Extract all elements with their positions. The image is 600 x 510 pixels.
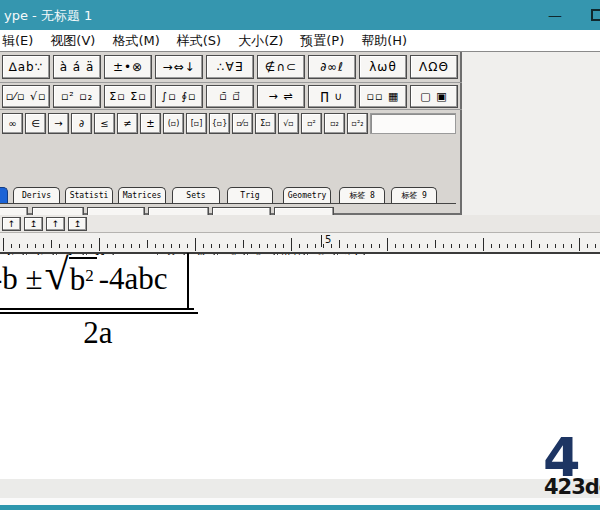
tab-derivs[interactable]: Derivs (13, 187, 60, 203)
palette-subsup-button[interactable]: ▫² ▫₂ (53, 85, 101, 108)
tabstop-center-button[interactable]: ↥ (24, 217, 43, 231)
braces-button[interactable]: {▫} (209, 113, 230, 134)
equation-canvas[interactable]: -b ± √ b2 -4abc 2a (0, 255, 600, 479)
tab-matrices[interactable]: Matrices (118, 187, 166, 203)
menu-help[interactable]: 帮助(H) (361, 32, 407, 50)
menu-edit[interactable]: 辑(E) (2, 32, 33, 50)
palette-spaces-button[interactable]: ∆ab∵ (2, 55, 50, 79)
watermark-text: 423do (544, 475, 600, 499)
palette-greek-lower-button[interactable]: λωθ (359, 55, 407, 79)
menu-format[interactable]: 格式(M) (112, 32, 159, 50)
title-bar: ype - 无标题 1 — (0, 0, 600, 30)
infinity-button[interactable]: ∞ (2, 113, 23, 134)
slot-underline (0, 312, 198, 314)
neq-button[interactable]: ≠ (117, 113, 138, 134)
palette-overbar-button[interactable]: ▫̄ ▫⃗ (206, 85, 254, 108)
ruler-position-marker (321, 235, 322, 247)
subsup-button[interactable]: ▫²₂ (347, 113, 368, 134)
palette-greek-upper-button[interactable]: ΛΩΘ (410, 55, 458, 79)
radicand-exponent: 2 (85, 266, 94, 285)
ruler-label-5: 5 (325, 234, 331, 245)
sqrt-button[interactable]: √▫ (278, 113, 299, 134)
partial-button[interactable]: ∂ (71, 113, 92, 134)
minimize-button[interactable]: — (544, 4, 566, 26)
palette-integral-button[interactable]: ∫▫ ∮▫ (155, 85, 203, 108)
tab-9[interactable]: 标签 9 (391, 187, 437, 203)
mathtype-window: { "window": { "title": "ype - 无标题 1", "m… (0, 0, 600, 510)
arrow-button[interactable]: → (48, 113, 69, 134)
window-title: ype - 无标题 1 (4, 7, 92, 25)
toolbar-panel: ∆ab∵ à á ä ±•⊗ →⇔↓ ∴∀∃ ∉∩⊂ ∂∞ℓ λωθ ΛΩΘ ▫… (0, 52, 462, 215)
palette-fraction-radical-button[interactable]: ▫⁄▫ √▫ (2, 85, 50, 108)
maximize-button[interactable] (591, 9, 600, 21)
tabstop-strip: ↑ ↥ ↑ ↥ (0, 215, 600, 233)
radicand: b2 (69, 257, 97, 295)
palette-misc-button[interactable]: ∂∞ℓ (308, 55, 356, 79)
palette-labeled-arrow-button[interactable]: → ⇌ (257, 85, 305, 108)
bottom-window-edge (0, 505, 600, 510)
brackets-button[interactable]: [▫] (186, 113, 207, 134)
numerator-left-text: -b ± (0, 261, 43, 297)
palette-embellishments-button[interactable]: à á ä (53, 55, 101, 79)
tabstop-decimal-button[interactable]: ↥ (68, 217, 87, 231)
tab-geometry[interactable]: Geometry (283, 187, 331, 203)
quick-symbol-row: ∞ ∈ → ∂ ≤ ≠ ± (▫) [▫] {▫} ▫⁄▫ Σ▫ √▫ ▫² ▫… (0, 109, 462, 134)
palette-set-theory-button[interactable]: ∉∩⊂ (257, 55, 305, 79)
menu-preferences[interactable]: 预置(P) (300, 32, 344, 50)
menu-view[interactable]: 视图(V) (50, 32, 95, 50)
palette-product-button[interactable]: ∏ ∪ (308, 85, 356, 108)
fraction-bar (0, 308, 194, 310)
tab-statistics[interactable]: Statisti (65, 187, 113, 203)
tab-8[interactable]: 标签 8 (339, 187, 385, 203)
ruler[interactable]: 5 (0, 233, 600, 254)
superscript-button[interactable]: ▫² (301, 113, 322, 134)
panel-right-background (462, 52, 600, 215)
tab-active-cutoff[interactable] (0, 187, 8, 203)
sum-button[interactable]: Σ▫ (255, 113, 276, 134)
template-palette-row: ▫⁄▫ √▫ ▫² ▫₂ Σ▫ Σ▫ ∫▫ ∮▫ ▫̄ ▫⃗ → ⇌ ∏ ∪ ▫… (0, 82, 462, 108)
menu-size[interactable]: 大小(Z) (238, 32, 283, 50)
subscript-button[interactable]: ▫₂ (324, 113, 345, 134)
symbol-palette-row: ∆ab∵ à á ä ±•⊗ →⇔↓ ∴∀∃ ∉∩⊂ ∂∞ℓ λωθ ΛΩΘ (0, 55, 462, 79)
tab-bar-divider (0, 203, 456, 204)
fraction-button[interactable]: ▫⁄▫ (232, 113, 253, 134)
tab-trig[interactable]: Trig (227, 187, 273, 203)
menu-bar: 辑(E) 视图(V) 格式(M) 样式(S) 大小(Z) 预置(P) 帮助(H) (0, 30, 600, 52)
equation-denominator: 2a (58, 315, 138, 351)
tabstop-right-button[interactable]: ↑ (46, 217, 65, 231)
palette-matrix-button[interactable]: ▫▫ ▦ (359, 85, 407, 108)
ruler-major-ticks (3, 238, 600, 251)
equation-numerator: -b ± √ b2 -4abc (0, 257, 168, 297)
parens-button[interactable]: (▫) (163, 113, 184, 134)
element-of-button[interactable]: ∈ (25, 113, 46, 134)
insertion-caret (187, 253, 189, 308)
numerator-right-text: -4abc (99, 261, 168, 297)
menu-style[interactable]: 样式(S) (177, 32, 221, 50)
palette-arrows-button[interactable]: →⇔↓ (155, 55, 203, 79)
leq-button[interactable]: ≤ (94, 113, 115, 134)
radical-sign: √ (45, 257, 69, 293)
status-bar (0, 479, 600, 498)
tabstop-left-button[interactable]: ↑ (2, 217, 21, 231)
palette-operators-button[interactable]: ±•⊗ (104, 55, 152, 79)
palette-box-button[interactable]: ▢ ▣ (410, 85, 458, 108)
tab-sets[interactable]: Sets (172, 187, 220, 203)
plusminus-button[interactable]: ± (140, 113, 161, 134)
category-tab-bar: Derivs Statisti Matrices Sets Trig Geome… (0, 186, 456, 204)
empty-toolbar-slot (370, 113, 456, 134)
palette-summation-button[interactable]: Σ▫ Σ▫ (104, 85, 152, 108)
palette-logic-button[interactable]: ∴∀∃ (206, 55, 254, 79)
radical: √ b2 (45, 257, 97, 295)
bottom-gap (0, 498, 600, 505)
